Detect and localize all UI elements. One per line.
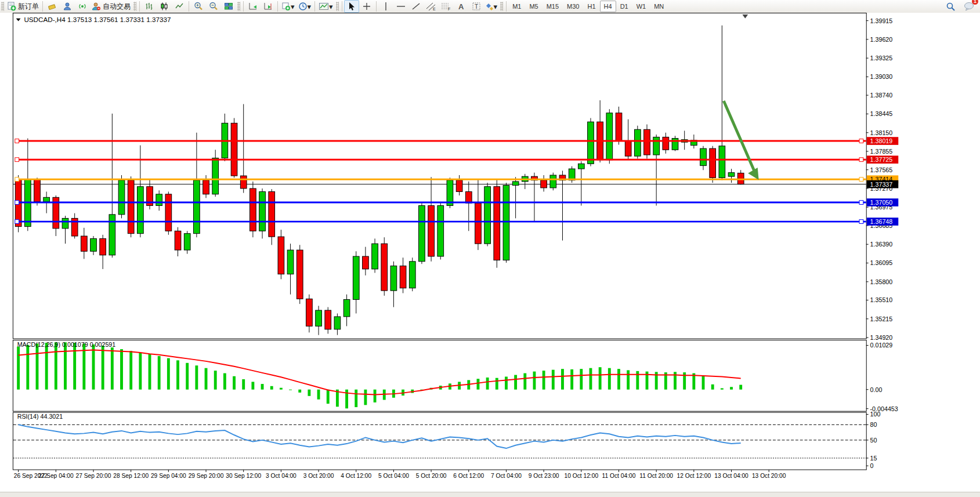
svg-text:10 Oct 12:00: 10 Oct 12:00 [565,473,599,479]
text-a-icon: A [458,2,464,11]
fibonacci-icon: F [441,2,451,11]
chart-window[interactable]: 1.399151.396201.393251.390301.387401.384… [0,13,980,492]
zoom-in-button[interactable] [191,0,206,13]
dropdown-caret-icon: ▾ [291,3,295,10]
svg-text:1.38150: 1.38150 [870,129,893,136]
level-anchor-handle[interactable] [859,158,863,162]
autotrade-button[interactable]: 自动交易 [90,0,132,13]
chart-canvas[interactable]: 1.399151.396201.393251.390301.387401.384… [0,13,980,492]
profile-button[interactable] [60,0,75,13]
deposit-button[interactable] [45,0,60,13]
auto-scroll-button[interactable] [245,0,261,13]
svg-text:5 Oct 20:00: 5 Oct 20:00 [416,473,447,479]
search-icon [946,2,956,12]
svg-text:11 Oct 20:00: 11 Oct 20:00 [639,473,673,479]
bar-chart-button[interactable] [142,0,157,13]
crosshair-tool-button[interactable] [359,0,374,13]
svg-text:0.01029: 0.01029 [870,342,893,349]
timeframe-button-d1[interactable]: D1 [616,1,632,12]
cursor-tool-button[interactable] [344,0,359,13]
periods-button[interactable]: ▾ [296,0,313,13]
timeframe-button-m15[interactable]: M15 [543,1,563,12]
zoom-in-icon [194,2,203,11]
svg-text:1.37565: 1.37565 [870,166,893,173]
svg-text:50: 50 [870,437,877,444]
level-anchor-handle[interactable] [859,177,863,182]
clock-icon [298,2,308,11]
svg-text:1.37050: 1.37050 [870,199,893,206]
timeframe-button-m30[interactable]: M30 [563,1,583,12]
svg-text:1.37337: 1.37337 [870,181,893,188]
tile-windows-button[interactable] [221,0,236,13]
indicators-button[interactable]: ▾ [317,0,335,13]
timeframe-group: M1M5M15M30H1H4D1W1MN [508,1,668,12]
chart-shift-button[interactable] [261,0,276,13]
svg-text:3 Oct 20:00: 3 Oct 20:00 [303,473,334,479]
level-anchor-handle[interactable] [15,139,19,143]
svg-text:13 Oct 20:00: 13 Oct 20:00 [752,473,786,479]
zoom-out-button[interactable] [206,0,221,13]
text-tool-button[interactable]: A [454,0,469,13]
timeframe-button-mn[interactable]: MN [650,1,668,12]
svg-text:1.37725: 1.37725 [870,156,893,163]
shapes-tool-button[interactable]: ▾ [484,0,500,13]
level-anchor-handle[interactable] [15,220,19,224]
svg-text:RSI(14) 44.3021: RSI(14) 44.3021 [17,413,63,420]
channel-icon: E [426,2,436,11]
svg-text:29 Sep 04:00: 29 Sep 04:00 [151,473,186,479]
svg-text:1.35215: 1.35215 [870,315,893,322]
svg-text:1.39030: 1.39030 [870,73,893,80]
text-label-tool-button[interactable]: T [469,0,484,13]
signals-button[interactable] [75,0,90,13]
svg-text:1.39620: 1.39620 [870,36,893,43]
tile-windows-icon [224,2,233,11]
candlestick-icon [160,2,169,11]
new-order-label: 新订单 [18,2,39,12]
auto-scroll-icon [248,2,258,11]
equidistant-channel-tool-button[interactable]: E [424,0,439,13]
level-anchor-handle[interactable] [15,201,19,205]
level-anchor-handle[interactable] [859,220,863,224]
timeframe-button-m5[interactable]: M5 [525,1,542,12]
horizontal-line-tool-button[interactable] [393,0,408,13]
timeframe-button-h1[interactable]: H1 [584,1,600,12]
svg-text:3 Oct 04:00: 3 Oct 04:00 [266,473,296,479]
svg-text:12 Oct 12:00: 12 Oct 12:00 [677,473,711,479]
svg-text:MACD(12,26,9) 0.001079 0.00259: MACD(12,26,9) 0.001079 0.002591 [17,341,116,348]
trendline-icon [411,2,421,11]
svg-text:USDCAD-,H4 1.37513 1.37561 1.: USDCAD-,H4 1.37513 1.37561 1.37331 1.373… [24,16,171,23]
level-anchor-handle[interactable] [859,139,863,143]
svg-text:1.38019: 1.38019 [870,137,893,144]
level-anchor-handle[interactable] [15,158,19,162]
time-axis: 26 Sep 202227 Sep 04:0027 Sep 20:0028 Se… [14,470,786,479]
dropdown-caret-icon: ▾ [494,3,498,10]
vertical-line-tool-button[interactable] [378,0,393,13]
svg-text:1.35800: 1.35800 [870,278,893,285]
candle-chart-button[interactable] [157,0,172,13]
horizontal-line-icon [396,2,406,11]
new-chart-button[interactable]: ▾ [280,0,296,13]
indicators-icon [319,2,329,11]
svg-text:27 Sep 20:00: 27 Sep 20:00 [76,473,111,479]
cursor-icon [348,2,356,11]
svg-text:1.37855: 1.37855 [870,148,893,155]
trendline-tool-button[interactable] [408,0,424,13]
timeframe-button-h4[interactable]: H4 [600,1,616,12]
search-button[interactable] [943,0,958,13]
svg-text:4 Oct 12:00: 4 Oct 12:00 [341,473,371,479]
toolbar-grip [1,2,4,11]
new-order-button[interactable]: 新订单 [5,0,41,13]
line-chart-button[interactable] [172,0,187,13]
person-icon [63,2,72,11]
signal-icon [78,2,87,11]
timeframe-button-w1[interactable]: W1 [632,1,650,12]
fibonacci-tool-button[interactable]: F [439,0,454,13]
timeframe-button-m1[interactable]: M1 [508,1,525,12]
svg-text:T: T [475,3,478,10]
level-anchor-handle[interactable] [15,177,19,182]
ohlc-bars-icon [144,2,154,11]
svg-text:1.34920: 1.34920 [870,334,893,341]
shapes-icon [486,2,494,11]
level-anchor-handle[interactable] [859,201,863,205]
notifications-button[interactable]: 1 [961,0,977,13]
